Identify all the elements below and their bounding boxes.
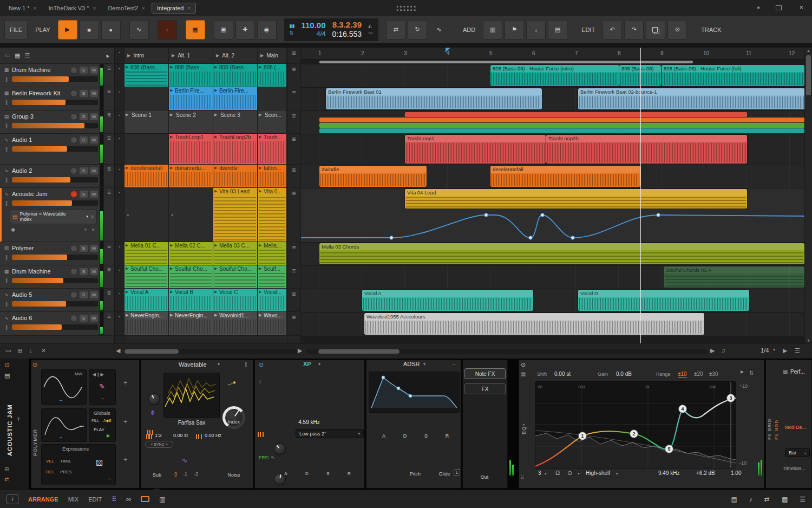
- punch-in-button[interactable]: ⇄: [386, 20, 405, 40]
- clip-slot[interactable]: ▶deceleratefall: [125, 165, 169, 188]
- polymer-power-icon[interactable]: ⊙: [32, 362, 37, 368]
- clip-play-icon[interactable]: ▶: [170, 88, 173, 93]
- fades-button[interactable]: ∿: [429, 20, 449, 40]
- osc-mod-arrow-icon[interactable]: →: [58, 398, 63, 402]
- lane-options-button[interactable]: ≣: [287, 87, 300, 110]
- record-arm-button[interactable]: [70, 191, 77, 198]
- group-clip-strip[interactable]: [319, 118, 804, 122]
- solo-button[interactable]: S: [80, 315, 88, 322]
- track-menu-icon[interactable]: ≣: [107, 89, 112, 94]
- columns-layout-icon[interactable]: ▥: [159, 496, 165, 503]
- clip-play-icon[interactable]: ▶: [126, 266, 128, 271]
- arranger-clip[interactable]: Berlin Firework Beat 01: [326, 88, 542, 109]
- launcher-column-header[interactable]: ▶Intro: [125, 48, 169, 64]
- clip-slot[interactable]: [258, 87, 287, 110]
- track-row[interactable]: ∿Acoustic JamSM∥▤Polymer » WavetableInde…: [0, 188, 114, 242]
- adsr-envelope-display[interactable]: [369, 372, 460, 413]
- arranger-lane[interactable]: Berlin Firework Beat 01Berlin Firework B…: [301, 88, 804, 111]
- track-row[interactable]: ▥PolymerSM∥≣: [0, 242, 114, 265]
- globals-cell[interactable]: Globals FILL A◆B PLAY ▶: [89, 408, 116, 442]
- tab-close-icon[interactable]: ×: [142, 5, 145, 11]
- rel-label[interactable]: REL: [46, 470, 55, 474]
- record-arm-button[interactable]: [70, 136, 77, 144]
- arranger-clip[interactable]: Vita 04 Lead: [405, 189, 747, 209]
- record-arm-button[interactable]: [70, 67, 77, 74]
- feg-label[interactable]: FEG: [259, 455, 269, 460]
- lane-options-button[interactable]: ≣: [287, 188, 300, 242]
- document-tab[interactable]: DemoTest2×: [102, 3, 150, 14]
- arrange-view-button[interactable]: ARRANGE: [28, 496, 58, 503]
- add-clip-button[interactable]: ▤: [548, 20, 567, 40]
- vel-label[interactable]: VEL: [46, 459, 54, 464]
- track-row[interactable]: ∿Audio 6SM∥≣: [0, 312, 114, 336]
- clip-play-icon[interactable]: ▶: [126, 65, 128, 69]
- swing-icon[interactable]: ⁓: [368, 30, 373, 36]
- arranger-clip[interactable]: 808 (Bass-08) - House Force (intro): [490, 65, 619, 86]
- volume-meter[interactable]: [12, 123, 98, 128]
- eq-node-1[interactable]: 1: [579, 432, 587, 440]
- solo-button[interactable]: S: [80, 245, 88, 252]
- record-arm-button[interactable]: [70, 167, 77, 174]
- loop-region-bar[interactable]: [319, 61, 693, 63]
- track-row[interactable]: ▦Drum MachineSM∥≣: [0, 265, 114, 289]
- record-mode-1-button[interactable]: ▣: [214, 20, 233, 40]
- modulator-icon[interactable]: ✱: [11, 227, 15, 233]
- lfo-display[interactable]: [41, 408, 87, 442]
- timb-label[interactable]: TIMB: [60, 459, 70, 464]
- clip-slot[interactable]: ▶Scen...: [258, 110, 287, 134]
- launcher-scroll-left-icon[interactable]: ◀: [116, 347, 120, 354]
- record-arm-button[interactable]: [70, 315, 77, 322]
- filter-title[interactable]: XP: [303, 361, 311, 367]
- link-displays-icon[interactable]: ∞: [126, 496, 131, 503]
- clip-play-icon[interactable]: ▶: [170, 65, 173, 69]
- clip-slot[interactable]: ▶Mella 01 C...: [125, 242, 169, 265]
- mute-button[interactable]: M: [90, 245, 98, 252]
- volume-meter[interactable]: [12, 177, 98, 183]
- launcher-hscroll[interactable]: [123, 349, 297, 354]
- track-menu-icon[interactable]: ≣: [107, 267, 112, 272]
- clip-stop-button[interactable]: ▪: [115, 165, 124, 188]
- footer-menu-icon[interactable]: ☰: [795, 347, 800, 354]
- mixer-view-icon[interactable]: ☰: [24, 53, 30, 58]
- grid-resolution-value[interactable]: 1/4: [761, 347, 769, 354]
- filter-drive-icon[interactable]: ↕: [259, 379, 261, 385]
- eq-preset-icon[interactable]: ▦: [521, 372, 526, 377]
- launcher-overdub-button[interactable]: ▦: [186, 20, 205, 40]
- track-row[interactable]: ∿Audio 5SM∥≣: [0, 289, 114, 312]
- volume-meter[interactable]: [12, 200, 98, 206]
- solo-button[interactable]: S: [80, 291, 88, 298]
- device-selector[interactable]: ▤Polymer » WavetableIndex▾⊥: [10, 210, 97, 224]
- mute-button[interactable]: M: [90, 90, 98, 97]
- record-mode-3-button[interactable]: ◉: [257, 20, 277, 40]
- clip-slot[interactable]: ▶Vocal A: [125, 289, 169, 312]
- clip-slot[interactable]: ▶dwindle: [213, 165, 258, 188]
- solo-button[interactable]: S: [80, 113, 88, 120]
- fxgrid-grid-icon[interactable]: ▦: [783, 369, 788, 375]
- clip-play-icon[interactable]: ▶: [170, 243, 173, 248]
- clip-slot[interactable]: ▶Scene 2: [169, 110, 213, 134]
- wavetable-display[interactable]: [163, 373, 220, 418]
- track-row[interactable]: ▦Drum MachineSM∥≣: [0, 64, 114, 87]
- eq-band-freq[interactable]: 9.49 kHz: [658, 470, 679, 476]
- lane-options-button[interactable]: ≣: [287, 110, 300, 134]
- automation-point[interactable]: [541, 213, 544, 217]
- scroll-up-icon[interactable]: ▲: [807, 49, 810, 53]
- follow-icon[interactable]: ↓: [29, 347, 32, 354]
- arranger-clip[interactable]: Wavoloid1955 Acccolours: [364, 313, 704, 335]
- tempo-value[interactable]: 110.00: [301, 21, 325, 30]
- track-row[interactable]: ∿Audio 1SM∥≣: [0, 134, 114, 165]
- volume-meter[interactable]: [12, 324, 98, 330]
- eq-node-2[interactable]: 2: [630, 430, 638, 438]
- clip-stop-button[interactable]: ▪: [115, 312, 124, 336]
- add-device-button[interactable]: +: [16, 415, 21, 422]
- track-menu-icon[interactable]: ≣: [107, 112, 112, 118]
- fx-tab[interactable]: FX: [464, 383, 506, 394]
- eq-range-20[interactable]: ±20: [694, 371, 703, 377]
- device-chain-folder-icon[interactable]: ▤: [4, 373, 10, 379]
- eq-gain-value[interactable]: 0.0 dB: [616, 371, 632, 377]
- arranger-lane[interactable]: 808 (Bass-08) - House Force (intro)808 (…: [301, 64, 804, 88]
- group-clip-strip[interactable]: [405, 112, 747, 117]
- loop-button[interactable]: ↻: [408, 20, 427, 40]
- clip-slot[interactable]: ▶Trash...: [258, 134, 287, 165]
- scene-play-icon[interactable]: ▶: [126, 113, 128, 117]
